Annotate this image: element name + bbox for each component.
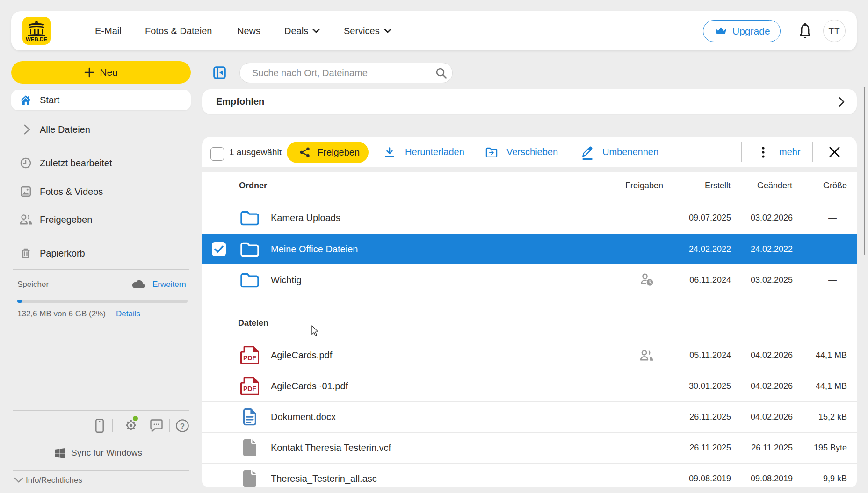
svg-text:?: ? bbox=[180, 422, 185, 431]
svg-text:PDF: PDF bbox=[243, 385, 256, 393]
svg-text:WEB.DE: WEB.DE bbox=[26, 36, 47, 42]
svg-text:PDF: PDF bbox=[243, 354, 256, 362]
